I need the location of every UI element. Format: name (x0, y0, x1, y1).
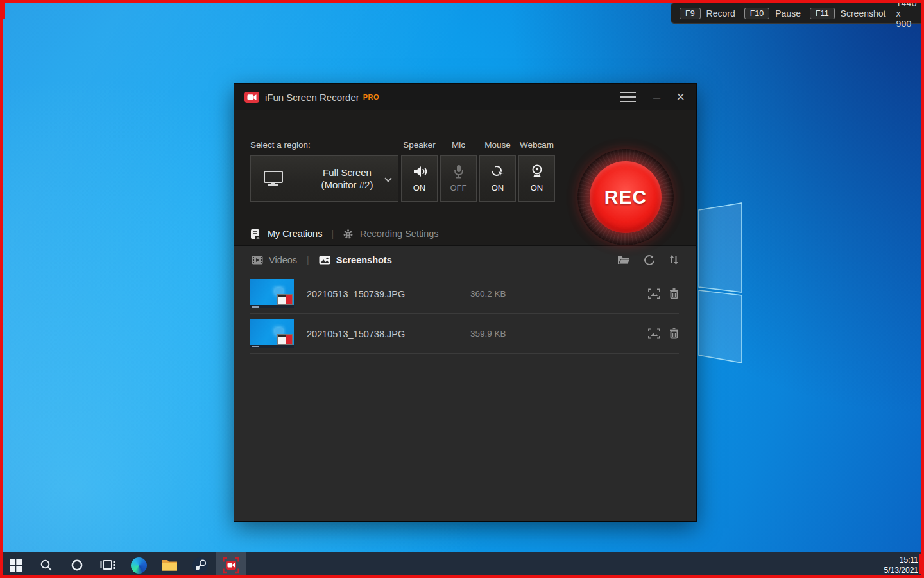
library-tab-bar: Videos | Screenshots (234, 246, 696, 274)
hotkey-f9-key: F9 (680, 8, 701, 19)
minimize-icon[interactable]: – (653, 94, 660, 100)
tab-my-creations[interactable]: My Creations (250, 229, 322, 240)
app-titlebar: iFun Screen Recorder PRO – × (234, 84, 696, 110)
edge-button[interactable] (123, 552, 154, 578)
hotkey-bar: F9 Record F10 Pause F11 Screenshot 1440 … (671, 3, 924, 24)
search-button[interactable] (31, 552, 62, 578)
task-view-button[interactable] (92, 552, 123, 578)
region-value-line1: Full Screen (323, 167, 372, 178)
folder-open-icon (617, 255, 630, 265)
videos-icon (252, 256, 263, 265)
library-section: Videos | Screenshots (234, 245, 696, 521)
tab-screenshots[interactable]: Screenshots (319, 255, 392, 265)
mic-icon (452, 164, 466, 179)
task-view-icon (100, 558, 116, 572)
hotkey-record-label: Record (706, 8, 735, 19)
region-label: Select a region: (250, 140, 398, 150)
webcam-label: Webcam (520, 140, 554, 150)
preview-image-button[interactable] (648, 328, 660, 339)
webcam-toggle[interactable]: ON (518, 155, 555, 202)
tab-screenshots-label: Screenshots (336, 255, 392, 265)
delete-button[interactable] (669, 328, 679, 339)
ifun-app-window: iFun Screen Recorder PRO – × Select a re… (234, 84, 696, 521)
file-row: 20210513_150738.JPG 359.9 KB (250, 314, 679, 354)
mic-state: OFF (450, 183, 467, 193)
mic-label: Mic (452, 140, 465, 150)
taskbar: 15:11 5/13/2021 (0, 552, 924, 578)
tab-videos[interactable]: Videos (252, 255, 297, 265)
file-list: 20210513_150739.JPG 360.2 KB (234, 274, 696, 354)
file-size: 359.9 KB (470, 329, 506, 338)
cortana-button[interactable] (62, 552, 92, 578)
refresh-button[interactable] (644, 254, 655, 266)
windows-start-icon (10, 559, 22, 572)
rec-button[interactable]: REC (590, 161, 662, 233)
hotkey-screenshot-label: Screenshot (841, 8, 886, 19)
mouse-click-icon (490, 164, 506, 179)
mouse-toggle-group: Mouse ON (479, 140, 516, 202)
trash-icon (669, 288, 679, 299)
sort-icon (669, 254, 679, 265)
open-folder-button[interactable] (617, 255, 630, 265)
monitor-icon (263, 170, 284, 187)
tab-videos-label: Videos (269, 255, 297, 265)
file-thumbnail[interactable] (250, 319, 294, 348)
capture-panel: Select a region: Full Screen (Monitor #2… (234, 110, 696, 222)
region-group: Select a region: Full Screen (Monitor #2… (250, 140, 398, 202)
menu-icon[interactable] (620, 92, 636, 102)
resolution-readout: 924 x 578 (896, 0, 916, 29)
sort-button[interactable] (669, 254, 679, 265)
chevron-down-icon (384, 175, 391, 182)
preview-image-button[interactable] (648, 288, 660, 299)
file-explorer-button[interactable] (154, 552, 185, 578)
steam-icon (192, 557, 209, 574)
trash-icon (669, 328, 679, 339)
gear-icon (343, 229, 354, 240)
edge-icon (131, 557, 147, 574)
mic-toggle-group: Mic OFF (440, 140, 477, 202)
clock-time: 15:11 (884, 555, 918, 565)
mouse-label: Mouse (484, 140, 511, 150)
taskbar-clock[interactable]: 15:11 5/13/2021 (884, 555, 918, 575)
webcam-toggle-group: Webcam ON (518, 140, 555, 202)
window-close-icon[interactable]: × (676, 90, 685, 104)
search-icon (40, 559, 53, 572)
speaker-toggle-group: Speaker ON (401, 140, 438, 202)
tab-recording-settings[interactable]: Recording Settings (343, 229, 439, 240)
file-size: 360.2 KB (470, 289, 506, 299)
preview-image-icon (648, 288, 660, 299)
speaker-toggle[interactable]: ON (401, 155, 438, 202)
hotkey-pause-label: Pause (775, 8, 801, 19)
region-value-line2: (Monitor #2) (321, 179, 373, 190)
library-tab-separator: | (307, 255, 309, 265)
ifun-recorder-icon (222, 556, 240, 574)
speaker-icon (412, 164, 427, 179)
hotkey-f11-key: F11 (810, 8, 835, 19)
app-logo-icon (244, 92, 259, 103)
file-row: 20210513_150739.JPG 360.2 KB (250, 274, 679, 314)
screenshots-icon (319, 256, 330, 265)
pro-badge: PRO (363, 93, 379, 101)
clock-date: 5/13/2021 (884, 565, 918, 575)
preview-image-icon (648, 328, 660, 339)
cortana-icon (71, 559, 83, 572)
region-dropdown[interactable]: Full Screen (Monitor #2) (296, 156, 398, 201)
speaker-label: Speaker (403, 140, 435, 150)
mouse-toggle[interactable]: ON (479, 155, 516, 202)
steam-button[interactable] (185, 552, 216, 578)
refresh-icon (644, 254, 655, 266)
mouse-state: ON (492, 183, 504, 193)
rec-button-ring: REC (578, 149, 674, 245)
webcam-icon (530, 164, 544, 179)
ifun-recorder-taskbar-button[interactable] (216, 552, 246, 578)
app-title: iFun Screen Recorder (265, 92, 359, 103)
monitor-select-button[interactable] (251, 156, 296, 201)
file-thumbnail[interactable] (250, 279, 294, 308)
webcam-state: ON (531, 183, 543, 193)
tab-recording-settings-label: Recording Settings (360, 229, 439, 239)
delete-button[interactable] (669, 288, 679, 299)
mic-toggle[interactable]: OFF (440, 155, 477, 202)
start-button[interactable] (0, 552, 31, 578)
file-name: 20210513_150739.JPG (307, 289, 470, 299)
file-name: 20210513_150738.JPG (307, 329, 470, 339)
